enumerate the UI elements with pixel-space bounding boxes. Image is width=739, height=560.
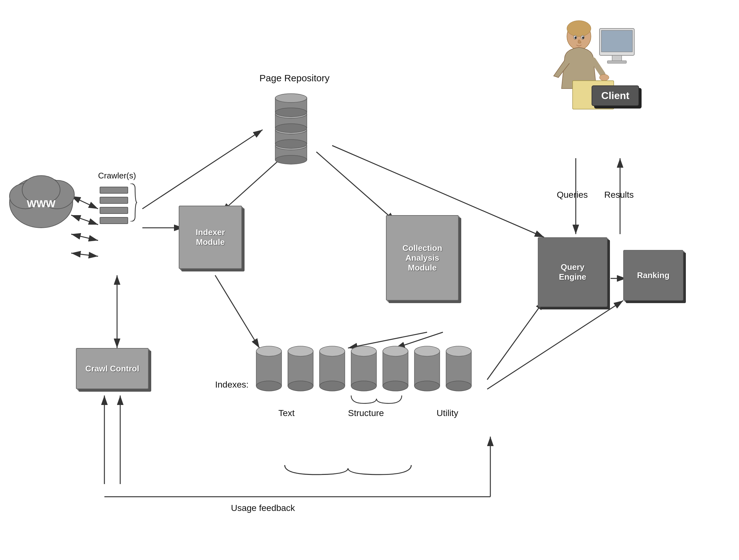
svg-point-59: [288, 381, 313, 391]
client-label: Client: [601, 90, 629, 102]
indexer-module-label: Indexer Module: [196, 228, 225, 247]
svg-point-67: [383, 346, 408, 356]
svg-point-71: [414, 381, 440, 391]
crawl-control-box: Crawl Control: [76, 348, 149, 389]
svg-point-41: [275, 108, 307, 117]
svg-point-43: [567, 21, 591, 36]
svg-text:WWW: WWW: [27, 198, 56, 209]
client-box: Client: [592, 86, 639, 106]
svg-point-32: [275, 155, 307, 164]
crawlers-label: Crawler(s): [98, 171, 136, 181]
svg-line-5: [71, 234, 98, 241]
utility-index-label: Utility: [437, 408, 458, 418]
ranking-label: Ranking: [637, 271, 670, 280]
svg-point-44: [599, 75, 609, 81]
crawl-control-label: Crawl Control: [86, 364, 139, 374]
svg-point-62: [319, 381, 345, 391]
crawlers-bars: [100, 187, 128, 224]
svg-point-68: [383, 381, 408, 391]
svg-point-35: [275, 140, 307, 148]
svg-point-70: [414, 346, 440, 356]
svg-point-49: [582, 36, 584, 39]
collection-analysis-label: Collection Analysis Module: [402, 243, 442, 273]
svg-point-74: [446, 381, 471, 391]
page-repository-label: Page Repository: [259, 73, 330, 84]
svg-line-10: [316, 152, 396, 222]
svg-rect-51: [601, 30, 632, 52]
indexer-module-box: Indexer Module: [179, 205, 242, 269]
svg-rect-53: [607, 61, 626, 63]
svg-point-64: [351, 346, 377, 356]
usage-feedback-label: Usage feedback: [231, 503, 295, 513]
svg-point-55: [256, 346, 282, 356]
svg-point-48: [575, 36, 576, 39]
diagram-container: WWW Crawler(s) Page Repository: [0, 0, 739, 560]
svg-point-58: [288, 346, 313, 356]
text-index-label: Text: [278, 408, 295, 418]
query-engine-box: Query Engine: [538, 237, 607, 307]
svg-point-38: [275, 124, 307, 133]
queries-label: Queries: [557, 190, 588, 200]
ranking-box: Ranking: [623, 250, 683, 301]
indexes-cylinders: [247, 332, 493, 454]
page-repository-cylinders: [272, 92, 310, 166]
www-cloud: WWW: [6, 168, 76, 231]
svg-line-16: [487, 301, 623, 389]
svg-point-73: [446, 346, 471, 356]
indexes-label: Indexes:: [215, 380, 249, 390]
svg-point-61: [319, 346, 345, 356]
svg-line-6: [71, 253, 98, 256]
svg-point-40: [275, 94, 307, 103]
client-area: Client: [538, 13, 639, 122]
collection-analysis-box: Collection Analysis Module: [386, 215, 459, 301]
svg-line-8: [142, 130, 263, 209]
svg-point-56: [256, 381, 282, 391]
structure-index-label: Structure: [348, 408, 384, 418]
svg-point-65: [351, 381, 377, 391]
results-label: Results: [604, 190, 634, 200]
svg-line-15: [487, 301, 544, 380]
query-engine-label: Query Engine: [559, 262, 587, 282]
